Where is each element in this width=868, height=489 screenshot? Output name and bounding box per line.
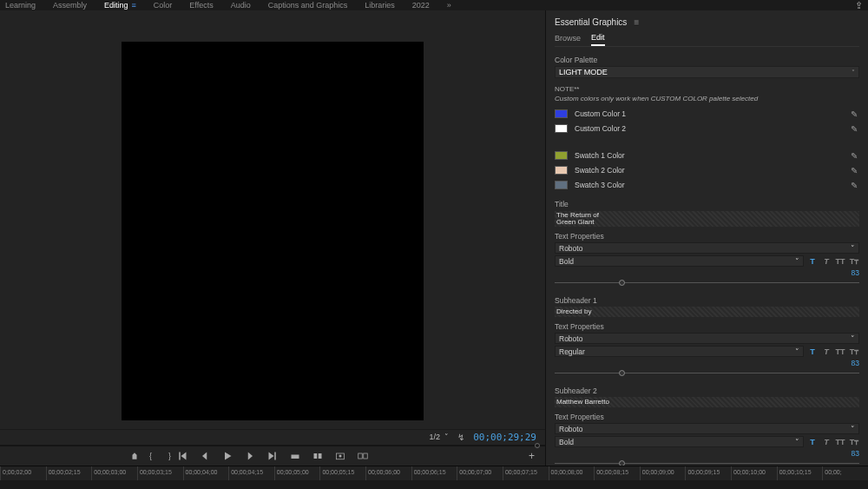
small-caps-button[interactable]: Tᴛ xyxy=(849,347,859,357)
swatch-2-label: Swatch 2 Color xyxy=(575,166,844,175)
export-frame-icon[interactable] xyxy=(335,451,345,461)
svg-rect-0 xyxy=(292,454,299,459)
tab-captions[interactable]: Captions and Graphics xyxy=(268,1,348,10)
timeline-panel[interactable]: 0;00;02;0000;00;02;1500;00;03;0000;00;03… xyxy=(0,466,868,489)
settings-icon[interactable]: ↯ xyxy=(457,433,464,442)
font-size-value[interactable]: 83 xyxy=(852,359,859,367)
small-caps-button[interactable]: Tᴛ xyxy=(849,256,859,267)
add-marker-icon[interactable] xyxy=(130,452,139,460)
step-back-icon[interactable] xyxy=(200,451,210,461)
font-size-value[interactable]: 83 xyxy=(852,449,859,458)
program-canvas[interactable] xyxy=(0,10,545,429)
eyedropper-icon[interactable]: ✎ xyxy=(851,181,859,189)
note-text: Custom colors only work when CUSTOM COLO… xyxy=(555,95,859,102)
faux-italic-button[interactable]: T xyxy=(821,437,832,447)
go-to-out-icon[interactable] xyxy=(267,451,278,461)
custom-color-1-swatch[interactable] xyxy=(555,109,568,118)
timeline-tick: 00;00;05;00 xyxy=(274,466,320,480)
swatch-2-row: Swatch 2 Color ✎ xyxy=(555,164,859,176)
font-size-slider[interactable] xyxy=(555,279,859,287)
subheader2-input[interactable]: Matthew Barretto xyxy=(555,397,859,407)
zoom-level[interactable]: 1/2 ˅ xyxy=(430,433,450,441)
swatch-1-row: Swatch 1 Color ✎ xyxy=(555,149,859,162)
tab-learning[interactable]: Learning xyxy=(5,1,36,10)
button-editor-icon[interactable]: + xyxy=(529,450,535,462)
text-properties-label: Text Properties xyxy=(555,413,859,421)
program-monitor: 1/2 ˅ ↯ 00;00;29;29 { } xyxy=(0,10,545,466)
lift-icon[interactable] xyxy=(290,451,300,461)
custom-color-1-label: Custom Color 1 xyxy=(575,109,844,118)
faux-italic-button[interactable]: T xyxy=(821,347,832,357)
faux-bold-button[interactable]: T xyxy=(807,256,818,267)
custom-color-1-row: Custom Color 1 ✎ xyxy=(555,108,859,120)
swatch-1-label: Swatch 1 Color xyxy=(575,151,844,160)
tab-editing[interactable]: Editing≡ xyxy=(104,1,136,10)
tab-browse[interactable]: Browse xyxy=(555,34,581,45)
overflow-icon[interactable]: » xyxy=(447,1,451,10)
timeline-tick: 00;00;03;00 xyxy=(91,466,137,480)
timeline-tick: 00;00;07;15 xyxy=(503,466,549,480)
font-weight-dropdown[interactable]: Bold˅ xyxy=(555,436,804,447)
step-forward-icon[interactable] xyxy=(245,451,255,461)
all-caps-button[interactable]: TT xyxy=(835,437,845,447)
font-size-slider[interactable] xyxy=(555,369,859,378)
chevron-down-icon: ˅ xyxy=(852,69,855,76)
title-label: Title xyxy=(555,200,859,208)
mark-in-icon[interactable]: { xyxy=(149,452,158,460)
custom-color-2-swatch[interactable] xyxy=(555,124,568,133)
timeline-tick: 00;00;08;15 xyxy=(594,466,640,480)
font-weight-dropdown[interactable]: Bold˅ xyxy=(555,255,804,267)
subheader1-label: Subheader 1 xyxy=(555,296,859,305)
all-caps-button[interactable]: TT xyxy=(835,256,845,267)
swatch-3[interactable] xyxy=(555,181,568,189)
tab-edit[interactable]: Edit xyxy=(591,33,605,46)
tab-assembly[interactable]: Assembly xyxy=(53,1,87,10)
faux-bold-button[interactable]: T xyxy=(807,437,818,447)
tab-color[interactable]: Color xyxy=(154,1,173,10)
font-dropdown[interactable]: Roboto˅ xyxy=(555,423,859,434)
timecode-out[interactable]: 00;00;29;29 xyxy=(473,432,536,443)
eyedropper-icon[interactable]: ✎ xyxy=(851,166,859,175)
font-weight-dropdown[interactable]: Regular˅ xyxy=(555,346,804,357)
timeline-tick: 00;00;02;15 xyxy=(46,466,92,480)
timeline-ruler[interactable]: 0;00;02;0000;00;02;1500;00;03;0000;00;03… xyxy=(0,466,868,480)
extract-icon[interactable] xyxy=(312,451,323,461)
font-dropdown[interactable]: Roboto˅ xyxy=(555,333,859,344)
color-palette-dropdown[interactable]: LIGHT MODE˅ xyxy=(555,66,859,78)
tab-libraries[interactable]: Libraries xyxy=(365,1,395,10)
tab-audio[interactable]: Audio xyxy=(231,1,251,10)
text-properties-label: Text Properties xyxy=(555,232,859,241)
eyedropper-icon[interactable]: ✎ xyxy=(851,124,859,133)
svg-rect-6 xyxy=(364,453,368,459)
export-icon[interactable]: ⇪ xyxy=(855,0,863,11)
small-caps-button[interactable]: Tᴛ xyxy=(849,437,859,447)
swatch-2[interactable] xyxy=(555,166,568,175)
mark-out-icon[interactable]: } xyxy=(168,452,177,460)
timeline-tick: 00;00;09;15 xyxy=(685,466,731,480)
swatch-3-label: Swatch 3 Color xyxy=(575,181,844,189)
workspace-bar: Learning Assembly Editing≡ Color Effects… xyxy=(0,0,868,10)
font-size-value[interactable]: 83 xyxy=(852,268,859,277)
comparison-icon[interactable] xyxy=(358,451,368,461)
timeline-tick: 00;00;03;15 xyxy=(137,466,183,480)
tab-2022[interactable]: 2022 xyxy=(412,1,430,10)
go-to-in-icon[interactable] xyxy=(177,451,187,461)
faux-italic-button[interactable]: T xyxy=(821,256,832,267)
eyedropper-icon[interactable]: ✎ xyxy=(851,151,859,160)
color-palette-label: Color Palette xyxy=(555,56,859,64)
note-label: NOTE** xyxy=(555,85,859,93)
eyedropper-icon[interactable]: ✎ xyxy=(851,109,859,118)
play-icon[interactable] xyxy=(222,451,233,461)
timeline-tick: 00;00;06;15 xyxy=(411,466,457,480)
subheader1-input[interactable]: Directed by xyxy=(555,307,859,317)
font-size-slider[interactable] xyxy=(555,459,859,466)
swatch-3-row: Swatch 3 Color ✎ xyxy=(555,179,859,191)
title-input[interactable]: The Return ofGreen Giant xyxy=(555,211,859,227)
panel-title: Essential Graphics xyxy=(555,17,627,27)
tab-effects[interactable]: Effects xyxy=(189,1,213,10)
panel-menu-icon[interactable]: ≡ xyxy=(634,17,639,27)
faux-bold-button[interactable]: T xyxy=(807,347,818,357)
all-caps-button[interactable]: TT xyxy=(835,347,845,357)
swatch-1[interactable] xyxy=(555,151,568,160)
font-dropdown[interactable]: Roboto˅ xyxy=(555,242,859,254)
